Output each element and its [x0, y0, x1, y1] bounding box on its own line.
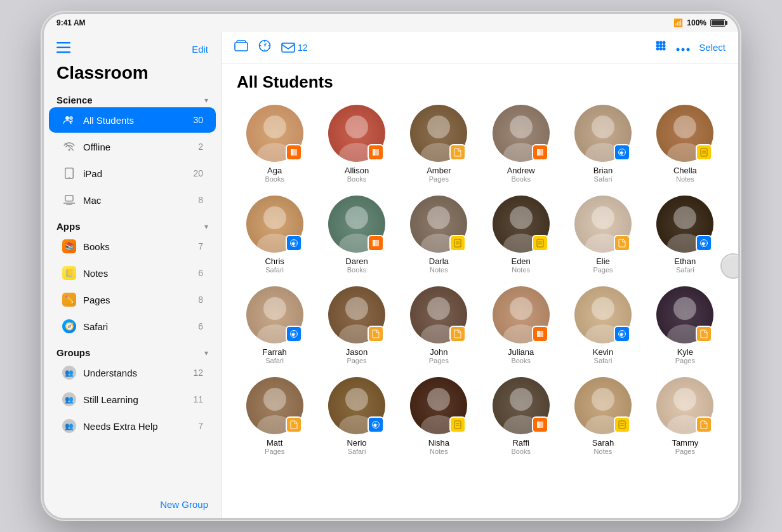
- student-card-eden[interactable]: Eden Notes: [483, 196, 559, 274]
- stack-icon[interactable]: [234, 39, 248, 55]
- student-card-ethan[interactable]: Ethan Safari: [647, 196, 723, 274]
- student-name: Raffi: [512, 438, 529, 448]
- sidebar-item-notes[interactable]: 📒 Notes 6: [49, 260, 216, 286]
- student-name: Daren: [345, 256, 368, 266]
- student-app: Pages: [593, 266, 613, 274]
- sidebar-item-needs-extra-help[interactable]: 👥 Needs Extra Help 7: [49, 413, 216, 439]
- app-badge-notes: [449, 235, 466, 251]
- student-card-andrew[interactable]: Andrew Books: [483, 105, 559, 183]
- sidebar-toggle-button[interactable]: [56, 42, 70, 57]
- avatar-chella: [656, 105, 713, 162]
- svg-rect-43: [701, 149, 707, 156]
- grid-view-icon[interactable]: [654, 39, 667, 55]
- student-card-kevin[interactable]: Kevin Safari: [565, 286, 640, 364]
- svg-point-64: [592, 206, 614, 229]
- mac-count: 8: [190, 195, 203, 205]
- avatar-kyle: [656, 286, 713, 343]
- sidebar-item-all-students[interactable]: All Students 30: [49, 107, 216, 133]
- svg-rect-12: [282, 43, 295, 52]
- svg-rect-9: [65, 196, 73, 201]
- sidebar-item-offline[interactable]: Offline 2: [49, 134, 216, 159]
- pages-label: Pages: [83, 295, 190, 305]
- student-name: Nisha: [428, 438, 449, 448]
- science-label: Science: [56, 95, 93, 105]
- student-card-elie[interactable]: Elie Pages: [565, 196, 640, 274]
- student-card-brian[interactable]: Brian Safari: [565, 105, 640, 183]
- student-card-matt[interactable]: Matt Pages: [237, 377, 312, 455]
- student-app: Pages: [429, 357, 449, 364]
- understands-icon: 👥: [62, 365, 77, 380]
- student-card-darla[interactable]: Darla Notes: [401, 196, 477, 274]
- student-card-jason[interactable]: Jason Pages: [319, 286, 394, 364]
- sidebar-item-mac[interactable]: Mac 8: [49, 187, 216, 213]
- safari-label: Safari: [83, 321, 190, 332]
- sidebar: Edit Classroom Science ▾ All Students: [44, 32, 222, 518]
- student-app: Pages: [347, 357, 366, 364]
- select-button[interactable]: Select: [699, 42, 726, 53]
- svg-point-59: [510, 206, 533, 229]
- student-card-juliana[interactable]: Juliana Books: [483, 286, 559, 364]
- app-badge-pages: [696, 416, 712, 433]
- needs-extra-label: Needs Extra Help: [83, 421, 190, 432]
- student-card-farrah[interactable]: Farrah Safari: [237, 286, 312, 364]
- student-card-raffi[interactable]: Raffi Books: [483, 377, 559, 455]
- app-badge-pages: [614, 235, 630, 251]
- student-card-amber[interactable]: Amber Pages: [401, 105, 477, 183]
- student-card-aga[interactable]: Aga Books: [237, 105, 312, 183]
- sidebar-item-books[interactable]: 📚 Books 7: [49, 234, 216, 259]
- student-card-allison[interactable]: Allison Books: [319, 105, 394, 183]
- student-app: Pages: [675, 357, 695, 364]
- svg-point-13: [656, 41, 659, 44]
- student-app: Books: [347, 266, 367, 274]
- student-card-sarah[interactable]: Sarah Notes: [565, 377, 640, 455]
- svg-point-110: [673, 388, 696, 411]
- new-group-button[interactable]: New Group: [160, 499, 208, 510]
- student-card-chris[interactable]: Chris Safari: [237, 196, 312, 274]
- avatar-ethan: [656, 196, 713, 253]
- student-card-chella[interactable]: Chella Notes: [647, 105, 723, 183]
- avatar-darla: [410, 196, 467, 253]
- student-card-nisha[interactable]: Nisha Notes: [401, 377, 477, 455]
- sidebar-item-pages[interactable]: ✏️ Pages 8: [49, 287, 216, 312]
- sidebar-item-still-learning[interactable]: 👥 Still Learning 11: [49, 387, 216, 412]
- avatar-nisha: [410, 377, 467, 434]
- avatar-amber: [410, 105, 467, 162]
- avatar-andrew: [493, 105, 550, 162]
- avatar-matt: [246, 377, 303, 434]
- student-card-kyle[interactable]: Kyle Pages: [647, 286, 723, 364]
- svg-rect-10: [235, 43, 248, 51]
- student-card-daren[interactable]: Daren Books: [319, 196, 394, 274]
- more-options-icon[interactable]: [676, 40, 690, 55]
- sidebar-item-safari[interactable]: 🧭 Safari 6: [49, 314, 216, 339]
- mail-badge[interactable]: 12: [281, 43, 308, 53]
- student-card-john[interactable]: John Pages: [401, 286, 477, 364]
- app-badge-pages: [286, 416, 302, 433]
- student-card-nerio[interactable]: Nerio Safari: [319, 377, 394, 455]
- sidebar-title: Classroom: [44, 63, 221, 91]
- sidebar-item-understands[interactable]: 👥 Understands 12: [49, 360, 216, 385]
- svg-rect-2: [56, 51, 70, 53]
- edit-button[interactable]: Edit: [192, 44, 208, 55]
- student-name: Sarah: [592, 438, 614, 448]
- sidebar-item-ipad[interactable]: iPad 20: [49, 161, 216, 186]
- app-badge-books: [532, 144, 548, 161]
- svg-point-54: [427, 206, 450, 229]
- app-badge-safari: [286, 235, 302, 251]
- student-app: Notes: [430, 266, 448, 274]
- sidebar-header: Edit: [44, 32, 221, 63]
- volume-down-button[interactable]: [42, 131, 44, 154]
- student-app: Safari: [676, 266, 694, 274]
- volume-up-button[interactable]: [42, 103, 44, 125]
- power-button[interactable]: [738, 90, 740, 116]
- compass-toolbar-icon[interactable]: [258, 39, 271, 55]
- svg-point-78: [427, 297, 450, 320]
- main-toolbar: 12: [222, 32, 738, 63]
- pages-icon: ✏️: [62, 292, 77, 307]
- avatar-eden: [493, 196, 550, 253]
- app-badge-pages: [696, 326, 712, 342]
- avatar-kevin: [574, 286, 632, 343]
- sidebar-footer: New Group: [44, 491, 221, 518]
- all-students-label: All Students: [83, 115, 190, 126]
- student-name: Tammy: [672, 438, 698, 448]
- student-card-tammy[interactable]: Tammy Pages: [647, 377, 723, 455]
